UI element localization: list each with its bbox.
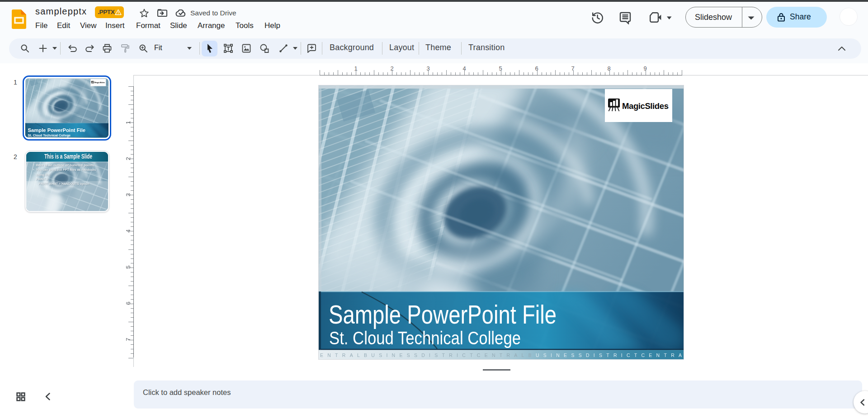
svg-text:MagicSlides: MagicSlides	[94, 81, 105, 84]
svg-text:PRINT WHAT > HANDOUTS option: PRINT WHAT > HANDOUTS option	[39, 182, 90, 186]
svg-text:PRINT >: PRINT >	[36, 178, 48, 181]
svg-text:St. Cloud Technical College: St. Cloud Technical College	[28, 133, 71, 137]
svg-text:St. Cloud Technical College: St. Cloud Technical College	[329, 328, 521, 348]
svg-text:Here is an outline of bulleted: Here is an outline of bulleted points	[36, 164, 94, 167]
svg-text:Sample PowerPoint File: Sample PowerPoint File	[329, 300, 557, 329]
svg-text:using the: using the	[36, 174, 50, 177]
svg-text:MagicSlides: MagicSlides	[622, 101, 669, 111]
svg-text:Sample PowerPoint File: Sample PowerPoint File	[28, 128, 85, 133]
svg-text:You can print out PPT files as: You can print out PPT files as handouts	[36, 168, 96, 172]
svg-text:This is a Sample Slide: This is a Sample Slide	[44, 153, 92, 160]
